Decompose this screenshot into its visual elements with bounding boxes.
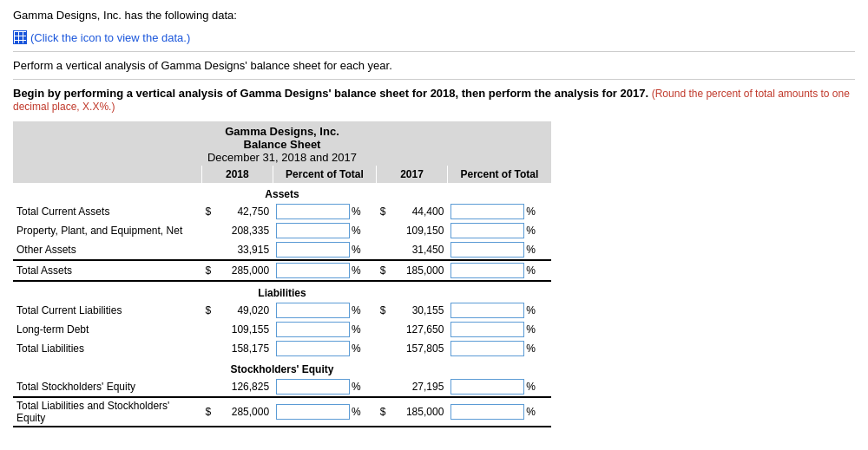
row-amt1-2: 33,915 — [202, 240, 273, 260]
sheet-title: Balance Sheet — [15, 138, 549, 151]
col-pct2-header: Percent of Total — [447, 166, 551, 183]
row-label-3: Total Assets — [13, 260, 202, 281]
row-label-6: Total Liabilities — [13, 339, 202, 358]
pct1-row-4-input[interactable] — [276, 303, 350, 318]
pct2-row-0-pct-symbol: % — [526, 205, 536, 218]
instruction2: Begin by performing a vertical analysis … — [13, 87, 855, 113]
pct2-row-3-pct-symbol: % — [526, 264, 536, 277]
column-headers: 2018 Percent of Total 2017 Percent of To… — [13, 166, 551, 183]
pct1-row-6-input[interactable] — [276, 341, 350, 356]
pct2-row-5-input[interactable] — [450, 322, 524, 337]
row-amt2-4: $30,155 — [377, 301, 448, 320]
assets-label: Assets — [13, 183, 551, 202]
pct2-row-2-pct-symbol: % — [526, 244, 536, 256]
data-icon-link[interactable]: (Click the icon to view the data.) — [13, 30, 190, 44]
col-pct1-header: Percent of Total — [273, 166, 377, 183]
row-amt1-3: $285,000 — [202, 260, 273, 281]
company-header: Gamma Designs, Inc. Balance Sheet Decemb… — [13, 121, 551, 166]
pct1-row-4-pct-symbol: % — [352, 304, 361, 316]
row-label-5: Long-term Debt — [13, 320, 202, 339]
table-row: Total Current Liabilities$49,020%$30,155… — [13, 301, 551, 320]
pct2-row-7-input[interactable] — [450, 379, 524, 395]
table-row: Total Assets$285,000%$185,000% — [13, 260, 551, 281]
pct2-row-6-input[interactable] — [450, 341, 524, 356]
pct1-row-3-input[interactable] — [276, 263, 350, 278]
pct2-row-6-pct-symbol: % — [526, 342, 536, 355]
row-amt1-8: $285,000 — [202, 397, 273, 427]
row-amt2-5: 127,650 — [377, 320, 448, 339]
row-amt1-0: $42,750 — [202, 202, 273, 221]
assets-section-header: Assets — [13, 183, 551, 202]
pct2-row-2-input[interactable] — [450, 242, 524, 258]
row-label-7: Total Stockholders' Equity — [13, 377, 202, 397]
row-amt2-6: 157,805 — [377, 339, 448, 358]
liabilities-section-header: Liabilities — [13, 281, 551, 301]
pct2-row-0-input[interactable] — [450, 204, 524, 219]
row-amt1-5: 109,155 — [202, 320, 273, 339]
pct2-row-5-pct-symbol: % — [526, 323, 536, 336]
table-row: Property, Plant, and Equipment, Net208,3… — [13, 221, 551, 240]
row-amt2-8: $185,000 — [377, 397, 448, 427]
pct2-row-8-pct-symbol: % — [526, 406, 536, 418]
equity-section-header: Stockholders' Equity — [13, 358, 551, 377]
row-label-2: Other Assets — [13, 240, 202, 260]
pct2-row-4-pct-symbol: % — [526, 304, 536, 316]
col-label-header — [13, 166, 202, 183]
pct1-row-1-pct-symbol: % — [352, 225, 361, 237]
pct1-row-0-pct-symbol: % — [352, 205, 361, 218]
pct1-row-5-input[interactable] — [276, 322, 350, 337]
row-amt1-1: 208,335 — [202, 221, 273, 240]
pct1-row-7-input[interactable] — [276, 379, 350, 395]
grid-icon — [13, 30, 27, 44]
pct2-row-4-input[interactable] — [450, 303, 524, 318]
table-row: Total Liabilities158,175%157,805% — [13, 339, 551, 358]
row-amt2-0: $44,400 — [377, 202, 448, 221]
table-row: Other Assets33,915%31,450% — [13, 240, 551, 260]
pct2-row-1-input[interactable] — [450, 223, 524, 238]
pct1-row-6-pct-symbol: % — [352, 342, 361, 355]
row-label-0: Total Current Assets — [13, 202, 202, 221]
pct2-row-1-pct-symbol: % — [526, 225, 536, 237]
instruction1: Perform a vertical analysis of Gamma Des… — [13, 59, 855, 72]
row-amt1-7: 126,825 — [202, 377, 273, 397]
row-amt2-7: 27,195 — [377, 377, 448, 397]
row-amt1-6: 158,175 — [202, 339, 273, 358]
pct1-row-2-pct-symbol: % — [352, 244, 361, 256]
row-amt2-1: 109,150 — [377, 221, 448, 240]
pct1-row-7-pct-symbol: % — [352, 381, 361, 393]
pct1-row-5-pct-symbol: % — [352, 323, 361, 336]
row-amt1-4: $49,020 — [202, 301, 273, 320]
pct1-row-1-input[interactable] — [276, 223, 350, 238]
pct2-row-7-pct-symbol: % — [526, 381, 536, 393]
pct2-row-8-input[interactable] — [450, 404, 524, 420]
table-row: Total Current Assets$42,750%$44,400% — [13, 202, 551, 221]
row-label-1: Property, Plant, and Equipment, Net — [13, 221, 202, 240]
pct1-row-8-pct-symbol: % — [352, 406, 361, 418]
sheet-date: December 31, 2018 and 2017 — [15, 151, 549, 164]
table-row: Long-term Debt109,155%127,650% — [13, 320, 551, 339]
intro-line1: Gamma Designs, Inc. has the following da… — [13, 9, 855, 22]
table-row: Total Stockholders' Equity126,825%27,195… — [13, 377, 551, 397]
table-row: Total Liabilities and Stockholders' Equi… — [13, 397, 551, 427]
liabilities-label: Liabilities — [13, 281, 551, 301]
equity-label: Stockholders' Equity — [13, 358, 551, 377]
pct1-row-2-input[interactable] — [276, 242, 350, 258]
row-label-8: Total Liabilities and Stockholders' Equi… — [13, 397, 202, 427]
balance-sheet-table-wrapper: Gamma Designs, Inc. Balance Sheet Decemb… — [13, 121, 551, 427]
col-2018-header: 2018 — [202, 166, 273, 183]
company-name: Gamma Designs, Inc. — [15, 125, 549, 138]
pct2-row-3-input[interactable] — [450, 263, 524, 278]
pct1-row-3-pct-symbol: % — [352, 264, 361, 277]
pct1-row-8-input[interactable] — [276, 404, 350, 420]
row-amt2-3: $185,000 — [377, 260, 448, 281]
icon-link-label: (Click the icon to view the data.) — [30, 31, 190, 44]
row-label-4: Total Current Liabilities — [13, 301, 202, 320]
col-2017-header: 2017 — [377, 166, 448, 183]
pct1-row-0-input[interactable] — [276, 204, 350, 219]
row-amt2-2: 31,450 — [377, 240, 448, 260]
